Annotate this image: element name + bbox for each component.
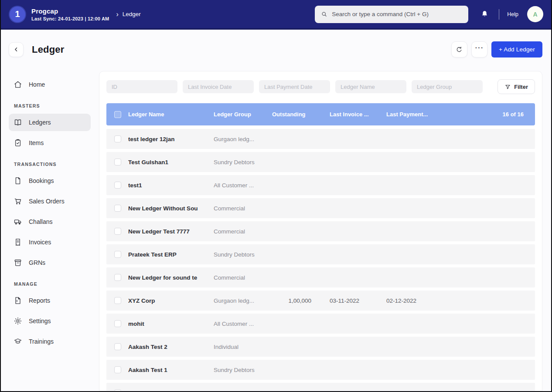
top-navbar: 1 Progcap Last Sync: 24-01-2023 | 12:00 … (1, 0, 551, 30)
cell-ledger-group: Sundry Debtors (214, 367, 272, 373)
navbar-divider (499, 9, 499, 20)
progcap-logo: 1 (9, 6, 26, 23)
filter-ledger-name-input[interactable] (335, 80, 406, 93)
table-row[interactable]: New Ledger Test 7777Commercial (106, 221, 535, 241)
row-checkbox[interactable] (114, 366, 121, 373)
sidebar-item-reports[interactable]: Reports (9, 292, 91, 309)
row-checkbox[interactable] (114, 135, 121, 142)
search-input[interactable] (332, 11, 463, 17)
sidebar-item-challans[interactable]: Challans (9, 213, 91, 230)
table-row[interactable]: XYZ CorpGurgaon ledg...1,00,00003-11-202… (106, 291, 535, 311)
help-link[interactable]: Help (507, 11, 518, 17)
breadcrumb-current[interactable]: Ledger (123, 11, 141, 17)
global-search (315, 6, 468, 23)
row-checkbox[interactable] (114, 159, 121, 166)
cell-ledger-name: New Ledger Without Sou (128, 205, 214, 212)
table-row[interactable]: test1All Customer ... (106, 175, 535, 195)
filter-last-payment-date-input[interactable] (259, 80, 330, 93)
row-checkbox[interactable] (114, 343, 121, 350)
sidebar-item-label: Home (29, 81, 45, 88)
cell-ledger-group: Gurgaon ledg... (214, 136, 272, 142)
sidebar-item-invoices[interactable]: Invoices (9, 233, 91, 251)
add-ledger-button[interactable]: + Add Ledger (491, 41, 542, 57)
row-checkbox[interactable] (114, 389, 121, 391)
column-header-ledger-name: Ledger Name (128, 111, 214, 118)
cell-ledger-name: Aakash Test 1 (128, 367, 214, 373)
clipboard-check-icon (14, 139, 22, 147)
more-options-button[interactable]: ··· (471, 41, 487, 57)
row-checkbox[interactable] (114, 205, 121, 212)
table-body: test ledger 12janGurgaon ledg...Test Gul… (106, 129, 535, 391)
row-count: 16 of 16 (503, 111, 535, 118)
filter-button[interactable]: Filter (497, 79, 535, 94)
cell-ledger-group: Sundry Debtors (214, 251, 272, 258)
table-header: Ledger NameLedger GroupOutstandingLast I… (106, 103, 535, 125)
page-title: Ledger (32, 44, 65, 55)
cell-ledger-group: Gurgaon ledg... (214, 297, 272, 304)
table-row[interactable]: New Ledger Without SouCommercial (106, 198, 535, 218)
refresh-button[interactable] (451, 41, 467, 57)
table-row[interactable]: Aakash Test 1Sundry Debtors (106, 360, 535, 380)
invoice-icon (14, 238, 22, 247)
cell-ledger-group: Commercial (214, 274, 272, 281)
cell-ledger-name: Test Gulshan1 (128, 159, 214, 166)
select-all-checkbox[interactable] (114, 111, 121, 118)
sidebar-item-trainings[interactable]: Trainings (9, 333, 91, 350)
back-button[interactable] (9, 42, 24, 57)
sidebar-item-ledgers[interactable]: Ledgers (9, 114, 91, 131)
row-checkbox[interactable] (114, 297, 121, 304)
row-checkbox[interactable] (114, 251, 121, 258)
cell-ledger-name: Aakash Test 2 (128, 344, 214, 350)
brand-block: Progcap Last Sync: 24-01-2023 | 12:00 AM (31, 7, 109, 21)
cell-ledger-group: All Customer ... (214, 182, 272, 189)
table-row[interactable] (106, 383, 535, 391)
row-checkbox[interactable] (114, 228, 121, 235)
sidebar-item-home[interactable]: Home (9, 76, 91, 93)
user-avatar[interactable]: A (527, 6, 543, 22)
column-header-ledger-group: Ledger Group (214, 111, 272, 118)
table-row[interactable]: Test Gulshan1Sundry Debtors (106, 152, 535, 172)
table-row[interactable]: Prateek Test ERPSundry Debtors (106, 244, 535, 264)
filter-last-invoice-date-input[interactable] (183, 80, 254, 93)
cell-ledger-group: Sundry Debtors (214, 159, 272, 166)
cell-ledger-name: test ledger 12jan (128, 136, 214, 142)
logo-numeral: 1 (15, 9, 20, 19)
table-row[interactable]: test ledger 12janGurgaon ledg... (106, 129, 535, 149)
sidebar-item-sales-orders[interactable]: Sales Orders (9, 193, 91, 210)
cell-ledger-group: Individual (214, 344, 272, 350)
row-checkbox[interactable] (114, 274, 121, 281)
sidebar-item-bookings[interactable]: Bookings (9, 172, 91, 189)
filter-id-input[interactable] (106, 80, 177, 93)
sidebar-item-settings[interactable]: Settings (9, 312, 91, 330)
column-header-last-payment: Last Payment... (386, 111, 452, 118)
sidebar-section-title-transactions: TRANSACTIONS (14, 162, 91, 167)
filter-ledger-group-input[interactable] (412, 80, 483, 93)
sidebar-nav: HomeMASTERSLedgersItemsTRANSACTIONSBooki… (1, 57, 98, 391)
table-row[interactable]: Aakash Test 2Individual (106, 337, 535, 357)
gear-icon (14, 317, 22, 325)
refresh-icon (455, 46, 463, 54)
sidebar-item-label: Ledgers (29, 119, 51, 126)
sidebar-item-label: Trainings (29, 338, 54, 345)
row-checkbox[interactable] (114, 182, 121, 189)
brand-name: Progcap (31, 7, 109, 15)
sidebar-item-grns[interactable]: GRNs (9, 254, 91, 271)
avatar-letter: A (533, 11, 537, 18)
cell-outstanding: 1,00,000 (272, 297, 330, 304)
table-row[interactable]: mohitAll Customer ... (106, 314, 535, 334)
training-cap-icon (14, 337, 22, 346)
ledger-book-icon (14, 118, 22, 127)
archive-icon (14, 258, 22, 267)
funnel-icon (504, 84, 511, 90)
breadcrumb: › Ledger (116, 11, 140, 18)
notification-bell-icon[interactable] (479, 10, 490, 19)
app-window: 1 Progcap Last Sync: 24-01-2023 | 12:00 … (0, 0, 552, 392)
sidebar-item-items[interactable]: Items (9, 134, 91, 152)
table-row[interactable]: New Ledger for sound teCommercial (106, 267, 535, 287)
chevron-left-icon (13, 46, 20, 53)
cell-ledger-name: New Ledger for sound te (128, 274, 214, 281)
row-checkbox[interactable] (114, 320, 121, 327)
breadcrumb-chevron-icon: › (116, 11, 118, 18)
sidebar-section-title-manage: MANAGE (14, 281, 91, 287)
ellipsis-icon: ··· (475, 48, 484, 51)
